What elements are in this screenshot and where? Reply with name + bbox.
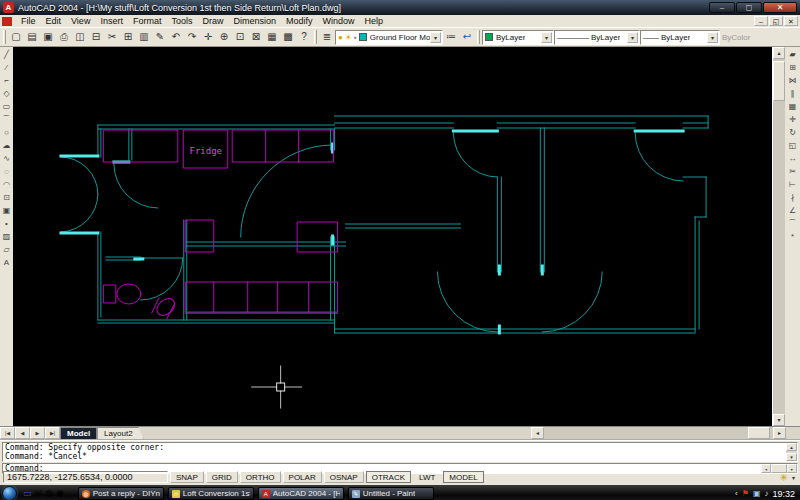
horizontal-scrollbar[interactable]: ◂ ▸ <box>531 427 786 439</box>
zoom-realtime-button[interactable]: ⊕ <box>216 29 232 45</box>
offset-icon[interactable]: ∥ <box>787 87 799 100</box>
media-icon[interactable]: ◉ <box>56 486 64 500</box>
scroll-down-icon[interactable]: ▾ <box>773 414 785 426</box>
revision-cloud-icon[interactable]: ☁ <box>1 139 13 152</box>
toggle-ortho[interactable]: ORTHO <box>240 471 281 483</box>
match-properties-button[interactable]: ✎ <box>152 29 168 45</box>
move-icon[interactable]: ✛ <box>787 113 799 126</box>
scale-icon[interactable]: ◱ <box>787 139 799 152</box>
toggle-otrack[interactable]: OTRACK <box>366 471 411 483</box>
menu-file[interactable]: File <box>16 15 41 27</box>
scroll-right-icon[interactable]: ▸ <box>773 427 786 439</box>
chevron-down-icon[interactable]: ▾ <box>541 32 552 43</box>
ellipse-icon[interactable]: ◌ <box>1 165 13 178</box>
copy-button[interactable]: ⊞ <box>120 29 136 45</box>
tab-model[interactable]: Model <box>60 427 97 439</box>
plot-preview-button[interactable]: ◫ <box>72 29 88 45</box>
mail-icon[interactable]: ✉ <box>35 486 43 500</box>
menu-modify[interactable]: Modify <box>281 15 318 27</box>
zoom-previous-button[interactable]: ⊠ <box>248 29 264 45</box>
task-forum-post[interactable]: ◍ Post a reply - DIYno... <box>78 487 164 500</box>
taskbar-clock[interactable]: 19:32 <box>772 489 795 499</box>
scroll-left-icon[interactable]: ◂ <box>531 427 544 439</box>
chamfer-icon[interactable]: ∠ <box>787 204 799 217</box>
close-button[interactable]: ✕ <box>763 2 797 13</box>
toggle-osnap[interactable]: OSNAP <box>324 471 364 483</box>
point-icon[interactable]: • <box>1 217 13 230</box>
scroll-up-icon[interactable]: ▴ <box>773 47 785 59</box>
trim-icon[interactable]: ✂ <box>787 165 799 178</box>
redo-button[interactable]: ↷ <box>184 29 200 45</box>
network-tray-icon[interactable]: ▣ <box>753 489 761 498</box>
menu-insert[interactable]: Insert <box>95 15 128 27</box>
next-tab-button[interactable]: ▶ <box>30 427 45 439</box>
menu-edit[interactable]: Edit <box>41 15 67 27</box>
break-icon[interactable]: ∤ <box>787 191 799 204</box>
mdi-restore-button[interactable]: ◱ <box>769 16 783 26</box>
layers-dialog-button[interactable]: ≣ <box>319 29 335 45</box>
last-tab-button[interactable]: ▶| <box>45 427 60 439</box>
spline-icon[interactable]: ∿ <box>1 152 13 165</box>
coordinate-readout[interactable]: 1675.7228, -1275.6534, 0.0000 <box>3 471 168 483</box>
toolbar-grip[interactable] <box>477 30 480 44</box>
color-dropdown[interactable]: ByLayer ▾ <box>482 30 554 45</box>
menu-help[interactable]: Help <box>360 15 389 27</box>
toolbar-grip[interactable] <box>314 30 317 44</box>
explode-icon[interactable]: * <box>787 230 799 243</box>
erase-icon[interactable]: ▰ <box>787 48 799 61</box>
cut-button[interactable]: ✂ <box>104 29 120 45</box>
menu-view[interactable]: View <box>66 15 95 27</box>
array-icon[interactable]: ▦ <box>787 100 799 113</box>
menu-window[interactable]: Window <box>318 15 360 27</box>
undo-button[interactable]: ↶ <box>168 29 184 45</box>
previous-tab-button[interactable]: ◀ <box>15 427 30 439</box>
browser-icon[interactable]: ◍ <box>45 486 53 500</box>
task-paint[interactable]: ✎ Untitled - Paint <box>348 487 434 500</box>
menu-dimension[interactable]: Dimension <box>228 15 281 27</box>
paste-button[interactable]: ▥ <box>136 29 152 45</box>
status-menu-arrow-icon[interactable]: ▾ <box>790 474 797 481</box>
polyline-icon[interactable]: ⌐ <box>1 74 13 87</box>
designcenter-button[interactable]: ▩ <box>280 29 296 45</box>
show-desktop-icon[interactable]: ▭ <box>23 486 32 500</box>
open-button[interactable]: ▤ <box>24 29 40 45</box>
properties-button[interactable]: ▦ <box>264 29 280 45</box>
hatch-icon[interactable]: ▨ <box>1 230 13 243</box>
scroll-left-icon[interactable]: ◂ <box>761 464 771 473</box>
lineweight-dropdown[interactable]: —— ByLayer ▾ <box>640 30 720 45</box>
start-button[interactable] <box>2 486 17 500</box>
task-autocad[interactable]: A AutoCAD 2004 - [H:... <box>258 487 344 500</box>
chevron-down-icon[interactable]: ▾ <box>430 32 441 43</box>
horizontal-scroll-thumb[interactable] <box>748 427 770 439</box>
command-history[interactable]: Command: Specify opposite corner: Comman… <box>2 442 798 462</box>
publish-button[interactable]: ⊟ <box>88 29 104 45</box>
vertical-scrollbar[interactable]: ▴ ▾ <box>772 47 785 426</box>
arc-icon[interactable]: ⌒ <box>1 113 13 126</box>
scroll-down-icon[interactable]: ▾ <box>786 453 797 461</box>
first-tab-button[interactable]: |◀ <box>0 427 15 439</box>
layer-previous-button[interactable]: ↩ <box>459 29 475 45</box>
region-icon[interactable]: ▱ <box>1 243 13 256</box>
toggle-lwt[interactable]: LWT <box>413 471 441 483</box>
chevron-down-icon[interactable]: ▾ <box>627 32 638 43</box>
toggle-polar[interactable]: POLAR <box>283 471 322 483</box>
rotate-icon[interactable]: ↻ <box>787 126 799 139</box>
mirror-icon[interactable]: ⋈ <box>787 74 799 87</box>
save-button[interactable]: ▣ <box>40 29 56 45</box>
ellipse-arc-icon[interactable]: ◠ <box>1 178 13 191</box>
rectangle-icon[interactable]: ▭ <box>1 100 13 113</box>
new-button[interactable]: ▢ <box>8 29 24 45</box>
circle-icon[interactable]: ○ <box>1 126 13 139</box>
minimize-button[interactable]: – <box>709 2 735 13</box>
toggle-snap[interactable]: SNAP <box>170 471 204 483</box>
mdi-minimize-button[interactable]: – <box>754 16 768 26</box>
extend-icon[interactable]: ⊢ <box>787 178 799 191</box>
construction-line-icon[interactable]: ⁄ <box>1 61 13 74</box>
zoom-window-button[interactable]: ⊡ <box>232 29 248 45</box>
copy-object-icon[interactable]: ⊞ <box>787 61 799 74</box>
model-space-canvas[interactable]: Fridge <box>13 47 772 426</box>
alert-tray-icon[interactable]: ⚑ <box>742 489 749 498</box>
make-block-icon[interactable]: ▣ <box>1 204 13 217</box>
chevron-down-icon[interactable]: ▾ <box>707 32 718 43</box>
menu-format[interactable]: Format <box>128 15 167 27</box>
